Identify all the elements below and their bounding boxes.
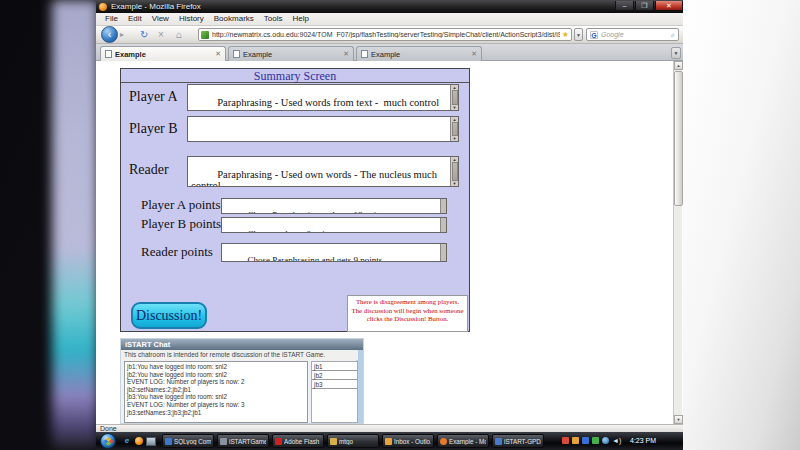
- search-icon[interactable]: ⌕: [671, 31, 675, 39]
- tab-example-1[interactable]: Example ✕: [100, 46, 226, 61]
- start-button[interactable]: [100, 433, 116, 449]
- network-icon[interactable]: [602, 437, 609, 444]
- chat-log-line: jb2:You have logged into room: snl2: [127, 371, 305, 379]
- left-blur-band: [52, 0, 98, 450]
- app-icon: [440, 438, 447, 445]
- taskbar-button-istart-gpda[interactable]: iSTART-GPDA...: [492, 434, 544, 448]
- stop-icon[interactable]: ×: [158, 29, 164, 41]
- url-dropdown-button[interactable]: ▼: [574, 28, 583, 41]
- summary-panel: Summary Screen Player A Paraphrasing - U…: [120, 68, 470, 332]
- taskbar-button-flash[interactable]: Adobe Flash C...: [272, 434, 324, 448]
- scrollbar[interactable]: ▲▼: [450, 117, 458, 141]
- maximize-button[interactable]: ❐: [635, 1, 654, 11]
- search-placeholder[interactable]: Google: [601, 31, 671, 38]
- taskbar-button-outlook[interactable]: Inbox - Outlo...: [382, 434, 434, 448]
- menu-edit[interactable]: Edit: [123, 13, 147, 25]
- menu-view[interactable]: View: [147, 13, 174, 25]
- player-a-label: Player A: [129, 89, 178, 105]
- taskbar: e SQLyog Com... iSTARTGame j... Adobe Fl…: [96, 432, 683, 450]
- firefox-quicklaunch-icon[interactable]: [134, 436, 144, 446]
- tab-close-icon[interactable]: ✕: [343, 50, 349, 58]
- refresh-icon[interactable]: ↻: [140, 29, 148, 41]
- minimize-button[interactable]: –: [615, 1, 634, 11]
- chat-user[interactable]: jb2: [312, 371, 357, 380]
- home-icon[interactable]: ⌂: [176, 29, 182, 41]
- bookmark-star-icon[interactable]: ★: [562, 30, 569, 39]
- player-b-textarea[interactable]: ▲▼: [187, 116, 459, 142]
- app-icon: [165, 438, 172, 445]
- tray-icon[interactable]: [572, 437, 579, 444]
- tab-page-icon: [105, 50, 112, 58]
- tab-example-2[interactable]: Example ✕: [228, 46, 354, 61]
- chat-user[interactable]: jb3: [312, 380, 357, 389]
- browser-scrollbar[interactable]: ▲ ▼: [673, 61, 682, 424]
- tab-close-icon[interactable]: ✕: [215, 50, 221, 58]
- reader-text: Paraphrasing - Used own words - The nucl…: [191, 169, 440, 187]
- summary-title: Summary Screen: [121, 69, 469, 83]
- chat-user-list[interactable]: jb1 jb2 jb3: [311, 361, 358, 423]
- taskbar-button-mtgo[interactable]: mtgo: [327, 434, 379, 448]
- player-b-points-label: Player B points: [141, 216, 221, 232]
- chat-log-line: EVENT LOG: Number of players is now: 3: [127, 401, 305, 409]
- app-icon: [330, 438, 337, 445]
- taskbar-button-sqlyog[interactable]: SQLyog Com...: [162, 434, 214, 448]
- tab-close-icon[interactable]: ✕: [471, 50, 477, 58]
- menu-bookmarks[interactable]: Bookmarks: [209, 13, 259, 25]
- tab-page-icon: [233, 50, 240, 58]
- app-icon: [495, 438, 502, 445]
- scroll-down-icon[interactable]: ▼: [674, 415, 683, 424]
- tab-list-button[interactable]: ▼: [671, 47, 681, 59]
- tray-icon[interactable]: [562, 437, 569, 444]
- firefox-icon: [99, 3, 107, 11]
- url-bar[interactable]: http://newmatrix.cs.odu.edu:9024/TOM_F07…: [198, 28, 572, 41]
- player-b-points-field[interactable]: Chose and gets 0 points: [221, 217, 447, 233]
- tab-label: Example: [371, 50, 471, 59]
- menu-tools[interactable]: Tools: [259, 13, 288, 25]
- app-icon: [385, 438, 392, 445]
- window-title: Example - Mozilla Firefox: [111, 0, 201, 13]
- taskbar-button-firefox[interactable]: Example - Mo...: [437, 434, 489, 448]
- reader-label: Reader: [129, 162, 169, 178]
- back-button[interactable]: ‹: [101, 26, 118, 43]
- taskbar-button-istartgame[interactable]: iSTARTGame j...: [217, 434, 269, 448]
- chat-panel: iSTART Chat This chatroom is intended fo…: [120, 338, 364, 424]
- tray-icon[interactable]: [582, 437, 589, 444]
- scrollbar: [440, 244, 446, 261]
- chat-log[interactable]: jb1:You have logged into room: snl2 jb2:…: [124, 361, 308, 423]
- scroll-thumb[interactable]: [674, 71, 683, 206]
- internet-explorer-icon[interactable]: e: [122, 436, 132, 446]
- disagreement-notice: There is disagreement among players. The…: [347, 295, 468, 332]
- taskbar-clock[interactable]: 4:23 PM: [630, 432, 656, 450]
- show-desktop-icon[interactable]: [146, 436, 156, 446]
- app-icon: [220, 438, 227, 445]
- player-a-points-field[interactable]: Chose Paraphrasing and gets 18 points: [221, 198, 447, 214]
- chat-user[interactable]: jb1: [312, 362, 357, 371]
- page-favicon: [201, 31, 209, 39]
- reader-points-field[interactable]: Chose Paraphrasing and gets 9 points: [221, 243, 447, 262]
- menu-file[interactable]: File: [100, 13, 123, 25]
- scroll-up-icon[interactable]: ▲: [674, 61, 683, 70]
- scrollbar[interactable]: ▲▼: [450, 157, 458, 186]
- tab-example-3[interactable]: Example ✕: [356, 46, 482, 61]
- google-logo-icon[interactable]: G: [590, 31, 598, 39]
- close-button[interactable]: ✕: [655, 1, 683, 11]
- menu-history[interactable]: History: [174, 13, 209, 25]
- page-content: Summary Screen Player A Paraphrasing - U…: [96, 61, 683, 424]
- desktop-screen: Example - Mozilla Firefox – ❐ ✕ File Edi…: [96, 0, 683, 450]
- app-icon: [275, 438, 282, 445]
- volume-icon[interactable]: ◄): [612, 437, 621, 444]
- discussion-button[interactable]: Discussion!: [131, 302, 207, 329]
- url-text[interactable]: http://newmatrix.cs.odu.edu:9024/TOM_F07…: [212, 31, 560, 38]
- player-a-textarea[interactable]: Paraphrasing - Used words from text - mu…: [187, 84, 459, 111]
- scrollbar[interactable]: ▲▼: [450, 85, 458, 110]
- video-frame: Example - Mozilla Firefox – ❐ ✕ File Edi…: [0, 0, 800, 450]
- reader-textarea[interactable]: Paraphrasing - Used own words - The nucl…: [187, 156, 459, 187]
- forward-button[interactable]: ▸: [120, 30, 124, 39]
- tray-icon[interactable]: [592, 437, 599, 444]
- window-controls: – ❐ ✕: [614, 1, 683, 12]
- search-input[interactable]: G Google ⌕: [586, 28, 679, 41]
- status-bar: Done: [96, 424, 683, 432]
- chat-log-line: jb3:setNames:3;jb3;jb2;jb1: [127, 409, 305, 417]
- taskbar-buttons: SQLyog Com... iSTARTGame j... Adobe Flas…: [162, 434, 544, 448]
- menu-help[interactable]: Help: [287, 13, 313, 25]
